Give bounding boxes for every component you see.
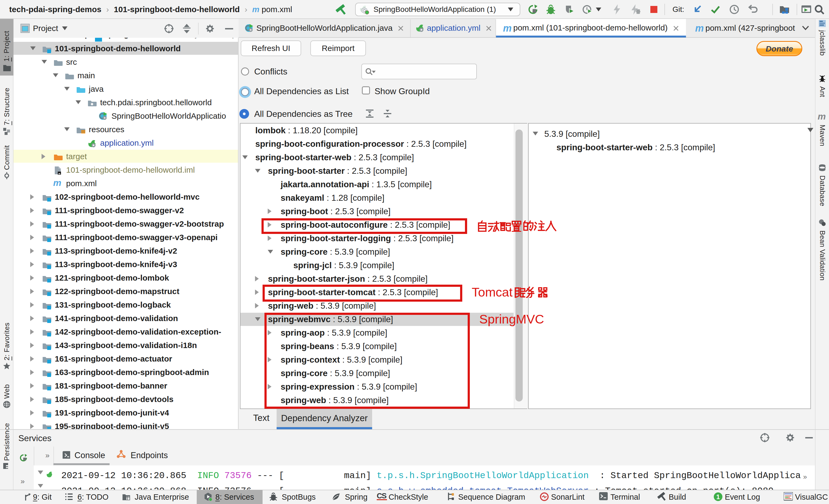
svg-text:1: 1: [716, 493, 720, 501]
